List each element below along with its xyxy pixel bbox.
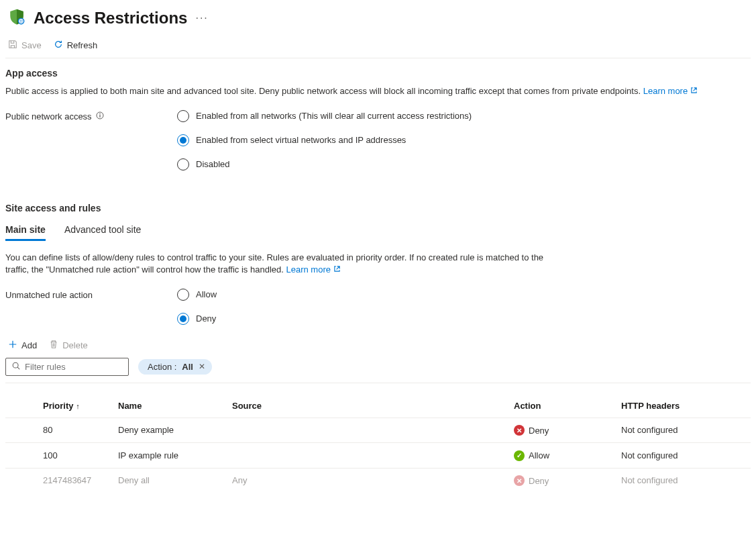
col-header-priority[interactable]: Priority ↑ <box>5 394 113 418</box>
search-icon <box>11 361 21 373</box>
command-bar: Save Refresh <box>5 34 751 58</box>
public-network-access-label: Public network access <box>5 110 177 121</box>
col-header-http-headers[interactable]: HTTP headers <box>616 394 751 418</box>
cell-action: ✓Allow <box>508 443 616 469</box>
save-label: Save <box>21 40 42 50</box>
site-tabs: Main siteAdvanced tool site <box>5 220 751 241</box>
more-actions-button[interactable]: ··· <box>195 12 208 24</box>
radio-icon <box>177 313 189 325</box>
cell-http-headers: Not configured <box>616 443 751 469</box>
cell-action: ✕Deny <box>508 468 616 493</box>
radio-label: Deny <box>196 313 216 324</box>
filter-rules-input-wrapper[interactable] <box>5 358 129 376</box>
delete-label: Delete <box>62 340 88 350</box>
svg-point-3 <box>99 113 101 114</box>
cell-http-headers: Not configured <box>616 468 751 493</box>
unmatched-rule-action-label: Unmatched rule action <box>5 289 177 300</box>
learn-more-link[interactable]: Learn more <box>643 86 698 96</box>
col-header-action[interactable]: Action <box>508 394 616 418</box>
refresh-icon <box>54 40 63 51</box>
delete-rule-button[interactable]: Delete <box>49 340 88 351</box>
unmatched-rule-action-radio-group: AllowDeny <box>177 289 217 325</box>
radio-icon <box>177 158 189 170</box>
app-access-description: Public access is applied to both main si… <box>5 85 751 98</box>
save-button[interactable]: Save <box>8 40 42 51</box>
radio-option[interactable]: Enabled from all networks (This will cle… <box>177 110 472 122</box>
rules-command-bar: Add Delete <box>5 328 751 358</box>
cell-priority: 100 <box>5 443 113 469</box>
public-network-access-radio-group: Enabled from all networks (This will cle… <box>177 110 472 170</box>
unmatched-rule-action-field: Unmatched rule action AllowDeny <box>5 289 751 325</box>
external-link-icon <box>333 264 341 276</box>
external-link-icon <box>690 85 698 97</box>
table-row[interactable]: 2147483647Deny allAny✕DenyNot configured <box>5 468 751 493</box>
radio-label: Enabled from select virtual networks and… <box>196 135 406 145</box>
close-icon[interactable]: ✕ <box>199 362 205 371</box>
table-header-row: Priority ↑ Name Source Action HTTP heade… <box>5 394 751 418</box>
radio-icon <box>177 289 189 301</box>
add-rule-button[interactable]: Add <box>8 340 37 351</box>
cell-name: Deny example <box>113 418 227 443</box>
cell-source: Any <box>227 468 508 493</box>
app-access-title: App access <box>5 68 751 79</box>
cell-name: IP example rule <box>113 443 227 469</box>
x-circle-icon: ✕ <box>514 475 525 486</box>
radio-option[interactable]: Enabled from select virtual networks and… <box>177 134 472 146</box>
pill-key: Action : <box>148 362 176 372</box>
save-icon <box>8 40 17 51</box>
tab[interactable]: Advanced tool site <box>64 220 141 241</box>
radio-option[interactable]: Deny <box>177 313 217 325</box>
radio-label: Enabled from all networks (This will cle… <box>196 111 472 121</box>
table-row[interactable]: 80Deny example✕DenyNot configured <box>5 418 751 443</box>
learn-more-link[interactable]: Learn more <box>286 264 340 275</box>
info-icon[interactable] <box>96 111 104 121</box>
page-header: Access Restrictions ··· <box>5 5 751 34</box>
radio-icon <box>177 110 189 122</box>
refresh-label: Refresh <box>67 40 98 50</box>
rules-filter-bar: Action : All ✕ <box>5 358 751 383</box>
radio-option[interactable]: Disabled <box>177 158 472 170</box>
plus-icon <box>8 340 17 351</box>
page-title: Access Restrictions <box>34 9 187 28</box>
add-label: Add <box>21 340 37 350</box>
cell-source <box>227 443 508 469</box>
col-header-source[interactable]: Source <box>227 394 508 418</box>
svg-point-5 <box>13 362 18 368</box>
cell-action: ✕Deny <box>508 418 616 443</box>
svg-rect-4 <box>99 115 100 117</box>
radio-icon <box>177 134 189 146</box>
radio-option[interactable]: Allow <box>177 289 217 301</box>
app-access-section: App access Public access is applied to b… <box>5 58 751 173</box>
shield-icon <box>8 8 25 28</box>
site-access-section: Site access and rules Main siteAdvanced … <box>5 193 751 328</box>
filter-pill-action[interactable]: Action : All ✕ <box>138 359 212 375</box>
site-access-title: Site access and rules <box>5 203 751 213</box>
radio-label: Disabled <box>196 159 230 169</box>
radio-label: Allow <box>196 289 217 299</box>
table-row[interactable]: 100IP example rule✓AllowNot configured <box>5 443 751 469</box>
tab[interactable]: Main site <box>5 220 46 241</box>
refresh-button[interactable]: Refresh <box>54 40 98 51</box>
cell-name: Deny all <box>113 468 227 493</box>
cell-priority: 2147483647 <box>5 468 113 493</box>
site-access-description: You can define lists of allow/deny rules… <box>5 252 555 277</box>
trash-icon <box>49 340 58 351</box>
cell-source <box>227 418 508 443</box>
x-circle-icon: ✕ <box>514 425 525 436</box>
rules-table: Priority ↑ Name Source Action HTTP heade… <box>5 394 751 493</box>
filter-rules-input[interactable] <box>25 362 123 372</box>
cell-priority: 80 <box>5 418 113 443</box>
col-header-name[interactable]: Name <box>113 394 227 418</box>
cell-http-headers: Not configured <box>616 418 751 443</box>
pill-value: All <box>182 362 193 372</box>
sort-arrow-up-icon: ↑ <box>76 402 80 410</box>
check-circle-icon: ✓ <box>514 450 525 461</box>
public-network-access-field: Public network access Enabled from all n… <box>5 110 751 170</box>
